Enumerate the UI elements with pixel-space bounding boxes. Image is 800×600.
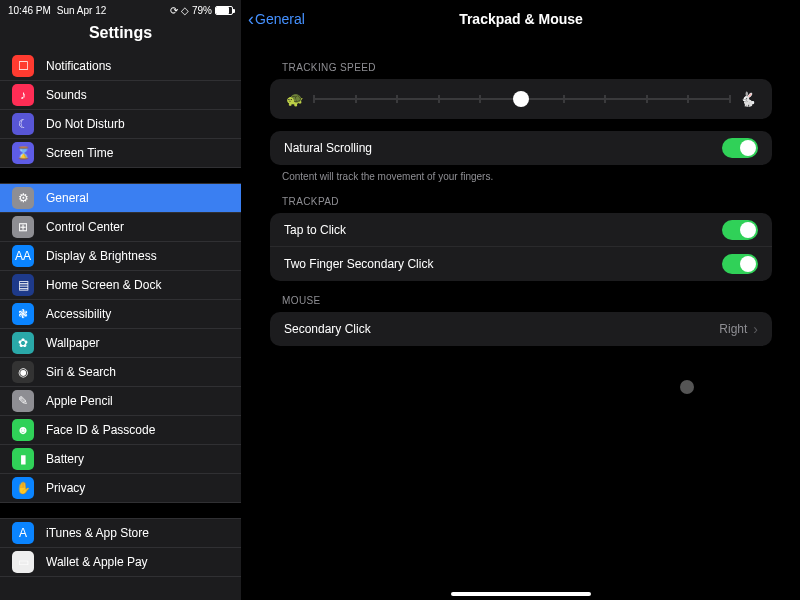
detail-header: ‹ General Trackpad & Mouse <box>242 0 800 38</box>
sidebar-item-privacy[interactable]: ✋Privacy <box>0 474 241 503</box>
sidebar-item-label: Apple Pencil <box>46 394 113 408</box>
control-center-icon: ⊞ <box>12 216 34 238</box>
home-indicator[interactable] <box>451 592 591 596</box>
two-finger-secondary-click-toggle[interactable] <box>722 254 758 274</box>
sidebar-item-label: Do Not Disturb <box>46 117 125 131</box>
notifications-icon: ☐ <box>12 55 34 77</box>
battery-icon: ▮ <box>12 448 34 470</box>
sidebar-item-label: Face ID & Passcode <box>46 423 155 437</box>
sounds-icon: ♪ <box>12 84 34 106</box>
sidebar-item-itunes-app-store[interactable]: AiTunes & App Store <box>0 519 241 548</box>
battery-pct: 79% <box>192 5 212 16</box>
do-not-disturb-icon: ☾ <box>12 113 34 135</box>
tracking-speed-slider[interactable]: 🐢 🐇 <box>270 79 772 119</box>
status-bar: 10:46 PM Sun Apr 12 ⟳ ◇ 79% <box>0 0 241 18</box>
chevron-right-icon: › <box>753 321 758 337</box>
sidebar-item-label: Notifications <box>46 59 111 73</box>
battery-icon <box>215 6 233 15</box>
status-time: 10:46 PM <box>8 5 51 16</box>
sidebar-item-label: Accessibility <box>46 307 111 321</box>
sidebar-item-label: Wallpaper <box>46 336 100 350</box>
secondary-click-value: Right <box>719 322 747 336</box>
sidebar-item-battery[interactable]: ▮Battery <box>0 445 241 474</box>
home-screen-dock-icon: ▤ <box>12 274 34 296</box>
sidebar-item-screen-time[interactable]: ⌛Screen Time <box>0 139 241 168</box>
wifi-icon: ◇ <box>181 5 189 16</box>
natural-scrolling-label: Natural Scrolling <box>284 141 722 155</box>
orientation-lock-icon: ⟳ <box>170 5 178 16</box>
sidebar-item-label: Siri & Search <box>46 365 116 379</box>
sidebar-item-label: Home Screen & Dock <box>46 278 161 292</box>
sidebar-item-notifications[interactable]: ☐Notifications <box>0 52 241 81</box>
sidebar-item-siri-search[interactable]: ◉Siri & Search <box>0 358 241 387</box>
tap-to-click-toggle[interactable] <box>722 220 758 240</box>
back-button[interactable]: ‹ General <box>248 9 305 30</box>
sidebar-item-home-screen-dock[interactable]: ▤Home Screen & Dock <box>0 271 241 300</box>
siri-search-icon: ◉ <box>12 361 34 383</box>
wallet-apple-pay-icon: ▭ <box>12 551 34 573</box>
section-mouse: MOUSE <box>282 295 772 306</box>
page-title: Trackpad & Mouse <box>459 11 583 27</box>
sidebar: 10:46 PM Sun Apr 12 ⟳ ◇ 79% Settings ☐No… <box>0 0 242 600</box>
pointer-cursor-icon <box>680 380 694 394</box>
general-icon: ⚙ <box>12 187 34 209</box>
apple-pencil-icon: ✎ <box>12 390 34 412</box>
privacy-icon: ✋ <box>12 477 34 499</box>
secondary-click-label: Secondary Click <box>284 322 719 336</box>
chevron-left-icon: ‹ <box>248 9 254 30</box>
natural-scrolling-footnote: Content will track the movement of your … <box>282 171 772 182</box>
sidebar-item-apple-pencil[interactable]: ✎Apple Pencil <box>0 387 241 416</box>
sidebar-item-label: General <box>46 191 89 205</box>
sidebar-item-label: Sounds <box>46 88 87 102</box>
tap-to-click-label: Tap to Click <box>284 223 722 237</box>
sidebar-item-control-center[interactable]: ⊞Control Center <box>0 213 241 242</box>
sidebar-item-label: Control Center <box>46 220 124 234</box>
sidebar-item-accessibility[interactable]: ❃Accessibility <box>0 300 241 329</box>
sidebar-item-label: Battery <box>46 452 84 466</box>
row-two-finger-secondary-click[interactable]: Two Finger Secondary Click <box>270 247 772 281</box>
sidebar-title: Settings <box>0 18 241 52</box>
sidebar-item-general[interactable]: ⚙General <box>0 184 241 213</box>
section-tracking-speed: TRACKING SPEED <box>282 62 772 73</box>
natural-scrolling-toggle[interactable] <box>722 138 758 158</box>
sidebar-item-display-brightness[interactable]: AADisplay & Brightness <box>0 242 241 271</box>
row-natural-scrolling[interactable]: Natural Scrolling <box>270 131 772 165</box>
tracking-speed-knob[interactable] <box>513 91 529 107</box>
tortoise-icon: 🐢 <box>286 91 303 107</box>
row-secondary-click[interactable]: Secondary Click Right › <box>270 312 772 346</box>
sidebar-item-label: iTunes & App Store <box>46 526 149 540</box>
face-id-passcode-icon: ☻ <box>12 419 34 441</box>
sidebar-item-face-id-passcode[interactable]: ☻Face ID & Passcode <box>0 416 241 445</box>
sidebar-list[interactable]: ☐Notifications♪Sounds☾Do Not Disturb⌛Scr… <box>0 52 241 600</box>
screen-time-icon: ⌛ <box>12 142 34 164</box>
back-label: General <box>255 11 305 27</box>
sidebar-item-label: Screen Time <box>46 146 113 160</box>
row-tap-to-click[interactable]: Tap to Click <box>270 213 772 247</box>
two-finger-secondary-click-label: Two Finger Secondary Click <box>284 257 722 271</box>
sidebar-item-label: Display & Brightness <box>46 249 157 263</box>
sidebar-item-do-not-disturb[interactable]: ☾Do Not Disturb <box>0 110 241 139</box>
sidebar-item-sounds[interactable]: ♪Sounds <box>0 81 241 110</box>
sidebar-item-label: Privacy <box>46 481 85 495</box>
status-date: Sun Apr 12 <box>57 5 106 16</box>
sidebar-item-wallet-apple-pay[interactable]: ▭Wallet & Apple Pay <box>0 548 241 577</box>
itunes-app-store-icon: A <box>12 522 34 544</box>
wallpaper-icon: ✿ <box>12 332 34 354</box>
display-brightness-icon: AA <box>12 245 34 267</box>
sidebar-item-label: Wallet & Apple Pay <box>46 555 148 569</box>
hare-icon: 🐇 <box>739 91 756 107</box>
detail-pane: ‹ General Trackpad & Mouse TRACKING SPEE… <box>242 0 800 600</box>
section-trackpad: TRACKPAD <box>282 196 772 207</box>
sidebar-item-wallpaper[interactable]: ✿Wallpaper <box>0 329 241 358</box>
accessibility-icon: ❃ <box>12 303 34 325</box>
